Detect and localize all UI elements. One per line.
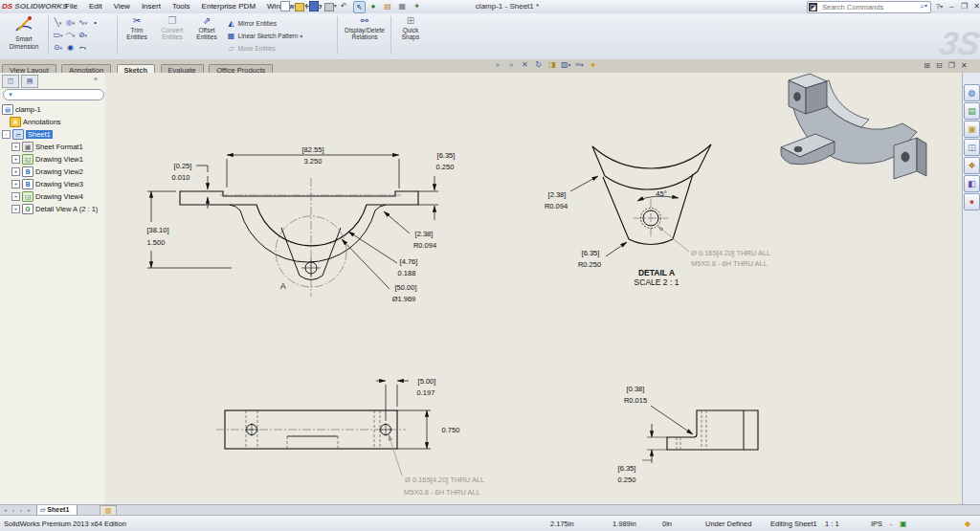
search-icon[interactable]: ⌕▾	[920, 2, 927, 11]
doc-close-icon[interactable]: ✕	[959, 60, 969, 72]
open-file-icon[interactable]: ▾	[295, 1, 305, 11]
menu-view[interactable]: View	[108, 0, 136, 12]
detail-view-a[interactable]	[592, 144, 711, 245]
file-explorer-icon[interactable]: ▣	[964, 121, 980, 138]
doc-new-window-icon[interactable]: ⊞	[922, 60, 932, 72]
expand-box-icon[interactable]: +	[11, 167, 20, 176]
dim-bore-mm[interactable]: [50.00]	[395, 283, 417, 292]
expand-box-icon[interactable]: +	[11, 192, 20, 201]
rotate-view-icon[interactable]: ↻	[533, 60, 545, 69]
previous-view-icon[interactable]: ✕	[519, 60, 530, 69]
dim-height075[interactable]: 0.750	[442, 426, 460, 434]
custom-properties-icon[interactable]: ◧	[964, 175, 980, 192]
search-scope-icon[interactable]: ◪	[809, 3, 817, 11]
top-view-dimensions[interactable]: [5.00] 0.197 0.750 Ø 0.165[4.20] THRU AL…	[245, 377, 484, 497]
front-view-dimensions[interactable]: [82.55] 3.250 [0.25] 0.010 [38.10] 1.500…	[147, 145, 456, 303]
move-entities-button[interactable]: ▱ Move Entities	[226, 42, 302, 55]
tree-item-drawing-view3[interactable]: +BDrawing View3	[11, 178, 83, 190]
print-icon[interactable]: ▾	[324, 1, 335, 11]
dim-fillet-in[interactable]: R0.094	[413, 241, 436, 250]
detail-circle-label[interactable]: A	[280, 281, 286, 291]
new-file-icon[interactable]: ▾	[280, 1, 291, 11]
feature-tree-tab[interactable]: ◫	[2, 75, 19, 88]
doc-minimize-icon[interactable]: ⊟	[934, 60, 945, 72]
dim-thick-in[interactable]: 0.250	[436, 163, 455, 171]
dim-step-in[interactable]: 0.010	[172, 173, 190, 182]
dim-height-mm[interactable]: [38.10]	[147, 226, 169, 234]
select-cursor-icon[interactable]: ⇖	[353, 1, 364, 11]
dim-width-in[interactable]: 3.250	[304, 157, 323, 166]
expand-box-icon[interactable]: +	[11, 143, 20, 151]
minimize-button[interactable]: –	[946, 1, 958, 12]
hole-callout-line2[interactable]: M5X0.8 - 6H THRU ALL	[691, 259, 768, 268]
display-delete-relations-button[interactable]: ⚯ Display/Delete Relations	[341, 15, 389, 56]
menu-tools[interactable]: Tools	[167, 0, 196, 12]
nav-first-icon[interactable]: «	[2, 505, 10, 515]
zoom-fit-icon[interactable]: ⌕	[492, 60, 503, 70]
tree-item-annotations[interactable]: AAnnotations	[10, 116, 61, 128]
tree-item-drawing-view1[interactable]: +◱Drawing View1	[11, 153, 83, 166]
dim-detail-fillet-mm[interactable]: [2.38]	[548, 190, 567, 199]
menu-insert[interactable]: Insert	[136, 0, 167, 12]
units-dropdown[interactable]: -	[890, 520, 893, 528]
dim-side-thick-mm[interactable]: [6.35]	[618, 464, 636, 473]
offset-entities-button[interactable]: ⇗ Offset Entities	[191, 15, 222, 56]
tag-icon[interactable]: ▣	[900, 520, 907, 528]
convert-entities-button[interactable]: ❐ Convert Entities	[155, 15, 189, 56]
menu-file[interactable]: File	[59, 0, 83, 12]
dim-angle[interactable]: 45°	[656, 189, 666, 198]
zoom-area-icon[interactable]: ⌕	[505, 60, 517, 70]
mirror-entities-button[interactable]: ◭ Mirror Entities	[226, 17, 302, 30]
dim-width-mm[interactable]: [82.55]	[302, 145, 324, 154]
spline-tool-icon[interactable]: ∿▾	[77, 17, 89, 28]
dim-detail-fillet-in[interactable]: R0.094	[545, 202, 568, 210]
dim-bore-in[interactable]: Ø1.969	[392, 295, 416, 303]
expand-box-icon[interactable]: +	[11, 180, 20, 188]
expand-box-icon[interactable]: +	[11, 155, 20, 164]
dim-band-mm[interactable]: [4.76]	[400, 257, 418, 266]
hide-show-items-icon[interactable]: ∞▾	[573, 60, 585, 69]
dim-tip-in[interactable]: R0.250	[578, 260, 601, 269]
nav-prev-icon[interactable]: ‹	[10, 505, 17, 515]
section-view-icon[interactable]: ◨	[546, 60, 558, 69]
view-settings-icon[interactable]: ●	[588, 60, 599, 69]
help-button[interactable]: ?▾	[933, 1, 946, 12]
search-input[interactable]	[820, 2, 916, 12]
quick-tip-icon[interactable]: ◆	[965, 520, 970, 528]
menu-edit[interactable]: Edit	[83, 0, 108, 12]
dim-thick-mm[interactable]: [6.35]	[437, 151, 456, 160]
search-commands-box[interactable]: ◪ ⌕▾	[807, 1, 931, 13]
appearances-icon[interactable]: ❖	[964, 157, 980, 174]
dim-side-thick-in[interactable]: 0.250	[618, 476, 636, 484]
restore-button[interactable]: ❐	[958, 1, 970, 12]
quick-snaps-button[interactable]: ⊞ Quick Snaps	[394, 15, 427, 56]
expand-box-icon[interactable]: +	[11, 205, 20, 213]
property-manager-tab[interactable]: ▤	[21, 75, 38, 88]
dim-side-fillet-mm[interactable]: [0.38]	[627, 385, 645, 393]
ellipse-tool-icon[interactable]: ⊘▾	[77, 30, 89, 40]
tree-root-clamp1[interactable]: ▤clamp-1	[2, 103, 41, 116]
line-tool-icon[interactable]: ╲▾	[52, 17, 64, 28]
drawing-sheet-canvas[interactable]: [82.55] 3.250 [0.25] 0.010 [38.10] 1.500…	[105, 73, 980, 504]
tree-item-detail-view-a[interactable]: +GDetail View A (2 : 1)	[11, 203, 98, 215]
tree-item-drawing-view4[interactable]: +◲Drawing View4	[11, 190, 83, 203]
save-icon[interactable]: ▾	[309, 1, 320, 11]
units-selector[interactable]: IPS	[871, 520, 882, 528]
dim-tip-mm[interactable]: [6.35]	[582, 249, 600, 257]
dim-edge-in[interactable]: 0.197	[417, 388, 435, 397]
hole-callout-line1[interactable]: Ø 0.165[4.20] THRU ALL	[691, 249, 770, 257]
panel-chevron-icon[interactable]: »	[94, 76, 98, 82]
tree-item-sheet-format1[interactable]: +▦Sheet Format1	[11, 141, 83, 153]
rectangle-tool-icon[interactable]: ▭▾	[52, 30, 64, 40]
circle-tool-icon[interactable]: ◎▾	[64, 17, 77, 28]
linear-sketch-pattern-button[interactable]: ▦ Linear Sketch Pattern ▾	[226, 30, 302, 42]
tree-item-sheet1[interactable]: -▱Sheet1	[2, 128, 53, 141]
arc-tool-icon[interactable]: ◠▾	[64, 30, 77, 40]
solidworks-resources-icon[interactable]: ◍	[964, 84, 980, 101]
nav-next-icon[interactable]: ›	[17, 505, 25, 515]
slot-tool-icon[interactable]: ⊙▾	[52, 42, 64, 53]
dim-band-in[interactable]: 0.188	[398, 269, 416, 277]
point-tool-icon[interactable]: •	[89, 17, 101, 28]
isometric-view[interactable]	[781, 74, 926, 179]
view-palette-icon[interactable]: ◫	[964, 139, 980, 156]
